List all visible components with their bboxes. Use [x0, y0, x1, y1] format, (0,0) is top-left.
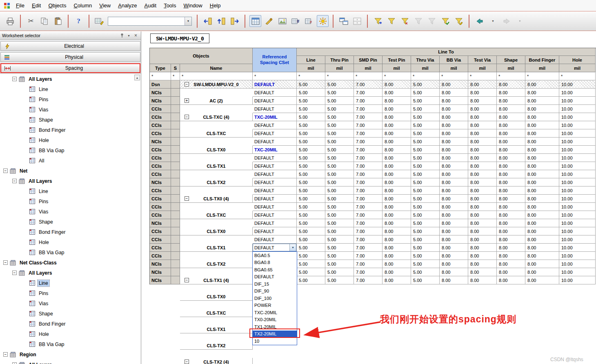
- value-cell[interactable]: 5.00: [325, 195, 354, 203]
- menu-window[interactable]: Window: [180, 1, 206, 10]
- value-cell[interactable]: 7.00: [354, 252, 383, 260]
- value-cell[interactable]: 7.00: [354, 113, 383, 121]
- dropdown-item-tx0-20mil[interactable]: TX0-20MIL: [253, 316, 297, 324]
- value-cell[interactable]: 5.00: [411, 195, 440, 203]
- type-cell[interactable]: CCls: [150, 162, 171, 170]
- value-cell[interactable]: 8.00: [497, 227, 525, 235]
- value-cell[interactable]: 7.00: [354, 186, 383, 195]
- value-cell[interactable]: 7.00: [354, 146, 383, 154]
- spacing-cset-cell[interactable]: DEFAULT: [253, 129, 297, 138]
- tree-node-all-layers[interactable]: −All Layers: [0, 268, 141, 278]
- value-cell[interactable]: 8.00: [440, 138, 468, 146]
- value-cell[interactable]: 8.00: [497, 260, 525, 268]
- paste-icon[interactable]: [52, 15, 64, 27]
- collapse-icon[interactable]: −: [3, 169, 8, 173]
- value-cell[interactable]: 8.00: [468, 268, 497, 276]
- value-cell[interactable]: 5.00: [411, 121, 440, 129]
- value-cell[interactable]: 8.00: [440, 89, 468, 97]
- value-cell[interactable]: 8.00: [468, 195, 497, 203]
- value-cell[interactable]: 8.00: [497, 162, 525, 170]
- filter-cell[interactable]: *: [325, 72, 354, 80]
- value-cell[interactable]: 5.00: [411, 227, 440, 235]
- value-cell[interactable]: 8.00: [440, 129, 468, 138]
- status-cell[interactable]: [171, 219, 180, 227]
- value-cell[interactable]: 8.00: [440, 211, 468, 219]
- tree-node-all-layers[interactable]: −All Layers: [0, 74, 141, 84]
- tree-node-bond-finger[interactable]: Bond Finger: [0, 227, 141, 237]
- value-cell[interactable]: 5.00: [297, 138, 325, 146]
- type-cell[interactable]: CCls: [150, 113, 171, 121]
- tree-node-hole[interactable]: Hole: [0, 329, 141, 339]
- name-cell[interactable]: −CLS-TX2 (4): [180, 358, 253, 364]
- value-cell[interactable]: 8.00: [525, 211, 559, 219]
- value-cell[interactable]: 8.00: [440, 244, 468, 252]
- spacing-cset-cell[interactable]: DEFAULT: [253, 186, 297, 195]
- menu-tools[interactable]: Tools: [160, 1, 180, 10]
- value-cell[interactable]: 5.00: [297, 154, 325, 162]
- tree-node-line[interactable]: Line: [0, 186, 141, 196]
- value-cell[interactable]: 8.00: [383, 138, 411, 146]
- value-cell[interactable]: 8.00: [440, 170, 468, 178]
- filter-worksheet-icon[interactable]: [385, 15, 397, 27]
- value-cell[interactable]: 5.00: [325, 252, 354, 260]
- value-cell[interactable]: 5.00: [411, 203, 440, 211]
- value-cell[interactable]: 8.00: [383, 203, 411, 211]
- value-cell[interactable]: 8.00: [525, 276, 559, 284]
- value-cell[interactable]: 5.00: [325, 113, 354, 121]
- value-cell[interactable]: 8.00: [468, 186, 497, 195]
- dropdown-item-bga0.65[interactable]: BGA0.65: [253, 266, 297, 273]
- value-cell[interactable]: 8.00: [440, 178, 468, 186]
- spacing-cset-cell[interactable]: DEFAULT: [253, 203, 297, 211]
- spacing-cset-cell[interactable]: DEFAULT: [253, 138, 297, 146]
- help-icon[interactable]: ?: [73, 15, 85, 27]
- value-cell[interactable]: 8.00: [525, 121, 559, 129]
- value-cell[interactable]: 5.00: [411, 154, 440, 162]
- value-cell[interactable]: 5.00: [325, 80, 354, 89]
- value-cell[interactable]: 8.00: [440, 146, 468, 154]
- value-cell[interactable]: 8.00: [497, 211, 525, 219]
- value-cell[interactable]: 8.00: [440, 203, 468, 211]
- spacing-cset-cell[interactable]: DEFAULT: [253, 121, 297, 129]
- spacing-cset-cell[interactable]: TXC-20MIL: [253, 146, 297, 154]
- tree-node-all[interactable]: All: [0, 155, 141, 166]
- value-cell[interactable]: 8.00: [440, 186, 468, 195]
- value-cell[interactable]: 8.00: [497, 244, 525, 252]
- value-cell[interactable]: 8.00: [497, 89, 525, 97]
- value-cell[interactable]: 7.00: [354, 162, 383, 170]
- name-cell[interactable]: −CLS-TXC (4): [180, 113, 253, 121]
- value-cell[interactable]: 7.00: [354, 97, 383, 105]
- tree-node-bond-finger[interactable]: Bond Finger: [0, 319, 141, 329]
- spacing-cset-cell[interactable]: DEFAULT: [253, 89, 297, 97]
- value-cell[interactable]: 8.00: [383, 105, 411, 113]
- type-cell[interactable]: Dsn: [150, 80, 171, 89]
- value-cell[interactable]: 8.00: [468, 227, 497, 235]
- worksheet-up-icon[interactable]: [215, 15, 227, 27]
- value-cell[interactable]: 8.00: [468, 203, 497, 211]
- value-cell[interactable]: 8.00: [525, 80, 559, 89]
- name-cell[interactable]: +AC (2): [180, 97, 253, 105]
- name-cell[interactable]: CLS-TX0: [180, 146, 253, 154]
- value-cell[interactable]: 8.00: [497, 138, 525, 146]
- tree-node-shape[interactable]: Shape: [0, 115, 141, 125]
- menu-help[interactable]: Help: [206, 1, 225, 10]
- value-cell[interactable]: 5.00: [411, 211, 440, 219]
- value-cell[interactable]: 8.00: [440, 260, 468, 268]
- value-cell[interactable]: 5.00: [297, 146, 325, 154]
- type-cell[interactable]: CCls: [150, 244, 171, 252]
- value-cell[interactable]: 8.00: [383, 260, 411, 268]
- value-cell[interactable]: 8.00: [468, 121, 497, 129]
- value-cell[interactable]: 5.00: [411, 170, 440, 178]
- value-cell[interactable]: 8.00: [383, 211, 411, 219]
- name-cell[interactable]: CLS-TX1: [180, 244, 253, 252]
- filter-cell[interactable]: *: [297, 72, 325, 80]
- print-icon[interactable]: [4, 15, 16, 27]
- type-cell[interactable]: NCls: [150, 219, 171, 227]
- value-cell[interactable]: 8.00: [525, 138, 559, 146]
- collapse-icon[interactable]: −: [3, 260, 8, 265]
- value-cell[interactable]: 5.00: [325, 203, 354, 211]
- tree-node-pins[interactable]: Pins: [0, 196, 141, 206]
- worksheet-button-physical[interactable]: Physical: [0, 52, 140, 62]
- tree-node-hole[interactable]: Hole: [0, 237, 141, 247]
- value-cell[interactable]: 5.00: [297, 89, 325, 97]
- name-cell[interactable]: CLS-TX2: [180, 260, 253, 268]
